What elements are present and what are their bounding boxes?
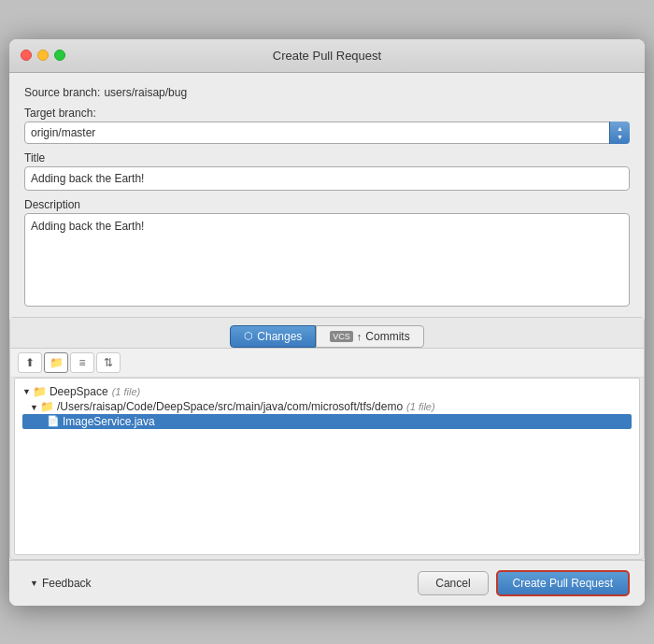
title-input[interactable] (24, 166, 630, 191)
root-name: DeepSpace (50, 385, 108, 398)
changes-icon: ⬡ (244, 330, 253, 342)
target-branch-select-wrapper: origin/master (24, 122, 630, 144)
close-button[interactable] (21, 50, 32, 61)
traffic-lights (21, 50, 65, 61)
vcs-badge: VCS (330, 331, 353, 342)
tree-root-item[interactable]: ▼ 📁 DeepSpace (1 file) (22, 384, 632, 399)
target-branch-select[interactable]: origin/master (24, 122, 630, 144)
child-folder-icon: 📁 (40, 400, 54, 413)
feedback-chevron-icon: ▼ (30, 579, 38, 588)
child-arrow-icon: ▼ (30, 403, 38, 412)
commits-tab[interactable]: VCS ↑ Commits (316, 325, 423, 348)
create-pull-request-button[interactable]: Create Pull Request (496, 570, 630, 596)
changes-tab-label: Changes (257, 330, 302, 343)
description-textarea[interactable]: Adding back the Earth! (24, 213, 630, 307)
tabs-bar: ⬡ Changes VCS ↑ Commits (10, 318, 644, 349)
changes-tab[interactable]: ⬡ Changes (230, 325, 316, 348)
window-title: Create Pull Request (273, 49, 381, 63)
file-type-icon: 📄 (47, 415, 60, 427)
title-section: Title (24, 151, 630, 191)
expand-all-button[interactable]: ⬆ (18, 352, 42, 373)
flatten-button[interactable]: ≡ (70, 352, 94, 373)
main-window: Create Pull Request Source branch: users… (9, 39, 645, 606)
maximize-button[interactable] (54, 50, 65, 61)
cancel-button[interactable]: Cancel (418, 571, 488, 595)
commits-tab-label: Commits (365, 330, 409, 343)
title-label: Title (24, 151, 630, 165)
window-content: Source branch: users/raisap/bug Target b… (9, 73, 645, 560)
target-branch-label: Target branch: (24, 107, 630, 120)
tree-child-folder[interactable]: ▼ 📁 /Users/raisap/Code/DeepSpace/src/mai… (22, 399, 632, 414)
source-branch-label: Source branch: (24, 86, 100, 99)
commits-icon: ↑ (357, 331, 363, 342)
feedback-button[interactable]: ▼ Feedback (24, 573, 97, 594)
child-count: (1 file) (406, 401, 435, 412)
tree-file-item[interactable]: 📄 ImageService.java (22, 414, 632, 429)
root-folder-icon: 📁 (33, 385, 47, 398)
root-count: (1 file) (112, 386, 141, 397)
source-branch-row: Source branch: users/raisap/bug (24, 86, 630, 99)
target-branch-section: Target branch: origin/master (24, 107, 630, 144)
titlebar: Create Pull Request (9, 39, 645, 73)
file-name: ImageService.java (63, 415, 155, 428)
description-label: Description (24, 198, 630, 211)
folder-view-button[interactable]: 📁 (44, 352, 68, 373)
feedback-label: Feedback (42, 577, 92, 590)
child-path: /Users/raisap/Code/DeepSpace/src/main/ja… (57, 400, 403, 413)
tabs-section: ⬡ Changes VCS ↑ Commits ⬆ 📁 ≡ ⇅ (9, 317, 645, 560)
bottom-bar: ▼ Feedback Cancel Create Pull Request (9, 560, 645, 606)
description-section: Description Adding back the Earth! (24, 198, 630, 309)
sort-button[interactable]: ⇅ (96, 352, 121, 373)
minimize-button[interactable] (37, 50, 49, 61)
root-arrow-icon: ▼ (22, 387, 31, 396)
file-tree[interactable]: ▼ 📁 DeepSpace (1 file) ▼ 📁 /Users/raisap… (14, 378, 640, 555)
file-toolbar: ⬆ 📁 ≡ ⇅ (10, 349, 644, 378)
source-branch-value: users/raisap/bug (104, 86, 187, 99)
